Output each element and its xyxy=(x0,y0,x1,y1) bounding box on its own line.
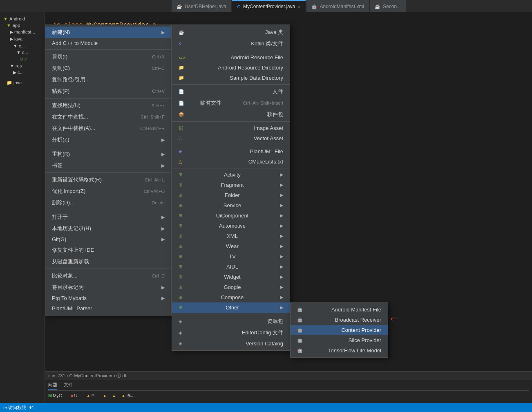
problems-item-error: ● U... xyxy=(71,393,81,398)
tab-second[interactable]: ☕ Secon... xyxy=(370,0,406,12)
menu-item-vector-asset[interactable]: ⬡ Vector Asset xyxy=(172,133,290,143)
menu-item-find-in-files[interactable]: 在文件中查找... Ctrl+Shift+F xyxy=(45,111,171,123)
arrow-icon: ▶ xyxy=(280,264,283,269)
arrow-icon: ▶ xyxy=(280,284,283,290)
menu-item-refactor[interactable]: 重构(R) ▶ xyxy=(45,148,171,160)
menu-item-bookmark[interactable]: 书签 ▶ xyxy=(45,160,171,171)
menu-item-tensorflow-lite[interactable]: 🤖 TensorFlow Lite Model xyxy=(291,345,388,356)
menu-item-mark-as[interactable]: 将目录标记为 ▶ xyxy=(45,282,171,293)
menu-item-folder[interactable]: ⊞ Folder ▶ xyxy=(172,190,290,200)
menu-item-google[interactable]: ⊞ Google ▶ xyxy=(172,282,290,292)
separator xyxy=(172,145,290,145)
menu-item-git[interactable]: Git(G) ▶ xyxy=(45,234,171,244)
menu-item-sample-data-dir[interactable]: 📁 Sample Data Directory xyxy=(172,73,290,83)
separator xyxy=(45,98,171,99)
menu-item-editorconfig[interactable]: ◈ EditorConfig 文件 xyxy=(172,327,290,338)
menu-item-compare[interactable]: 比较对象... Ctrl+D xyxy=(45,270,171,282)
arrow-icon: ▶ xyxy=(280,274,283,280)
menu-item-broadcast-receiver[interactable]: 🤖 Broadcast Receiver xyxy=(291,315,388,325)
menu-item-file[interactable]: 📄 文件 xyxy=(172,86,290,97)
sidebar-java-bottom[interactable]: 📁 java xyxy=(2,79,43,86)
separator xyxy=(172,168,290,168)
arrow-icon: ▶ xyxy=(280,244,283,249)
menu-item-scratch-file[interactable]: 📄 临时文件 Ctrl+Alt+Shift+Insert xyxy=(172,97,290,109)
menu-item-android-manifest-file[interactable]: 🤖 Android Manifest File xyxy=(291,305,388,315)
arrow-icon: ▶ xyxy=(280,295,283,300)
menu-item-activity[interactable]: ⊞ Activity ▶ xyxy=(172,170,290,180)
menu-item-copy-path[interactable]: 复制路径/引用... xyxy=(45,74,171,85)
problems-tab-files[interactable]: 文件 xyxy=(64,382,73,390)
red-arrow-indicator: ← xyxy=(388,311,400,325)
menu-item-analyze[interactable]: 分析(Z) ▶ xyxy=(45,134,171,146)
menu-item-slice-provider[interactable]: 🤖 Slice Provider xyxy=(291,335,388,345)
menu-item-reload-from-disk[interactable]: 从磁盘重新加载 xyxy=(45,256,171,267)
menu-item-delete[interactable]: 删除(D)... Delete xyxy=(45,197,171,208)
close-icon[interactable]: ✕ xyxy=(297,4,301,9)
menu-item-image-asset[interactable]: 🖼 Image Asset xyxy=(172,123,290,133)
menu-item-open-in[interactable]: 打开于 ▶ xyxy=(45,211,171,223)
sidebar-java-item[interactable]: ⊙ c xyxy=(2,56,43,63)
menu-item-android-resource-dir[interactable]: 📁 Android Resource Directory xyxy=(172,63,290,73)
menu-item-ptg-mybatis[interactable]: Ptg To Mybatis ▶ xyxy=(45,293,171,303)
menu-item-paste[interactable]: 粘贴(P) Ctrl+V xyxy=(45,85,171,97)
menu-item-aidl[interactable]: ⊞ AIDL ▶ xyxy=(172,262,290,272)
menu-item-wear[interactable]: ⊞ Wear ▶ xyxy=(172,241,290,251)
menu-item-plantuml-file[interactable]: ◈ PlantUML File xyxy=(172,146,290,157)
arrow-icon: ▶ xyxy=(280,203,283,208)
tab-androidmanifest[interactable]: 🤖 AndroidManifest.xml xyxy=(306,0,369,12)
arrow-icon: ▶ xyxy=(161,237,165,242)
menu-item-compose[interactable]: ⊞ Compose ▶ xyxy=(172,292,290,302)
sidebar-res[interactable]: ▼ res xyxy=(2,63,43,69)
menu-item-optimize-imports[interactable]: 优化 import(Z) Ctrl+Alt+O xyxy=(45,186,171,197)
separator xyxy=(172,51,290,51)
arrow-icon: ▶ xyxy=(161,152,165,157)
problems-item-warn1: ▲ P... xyxy=(86,393,98,398)
separator xyxy=(172,121,290,122)
menu-item-add-cpp[interactable]: Add C++ to Module xyxy=(45,38,171,48)
menu-item-find-usages[interactable]: 查找用法(U) Alt+F7 xyxy=(45,100,171,111)
menu-item-new[interactable]: 新建(N) ▶ xyxy=(45,27,171,38)
menu-item-content-provider[interactable]: 🤖 Content Provider xyxy=(291,325,388,335)
arrow-icon: ▶ xyxy=(280,254,283,259)
menu-item-other[interactable]: ⊞ Other ▶ xyxy=(172,302,290,313)
menu-item-cmake[interactable]: △ CMakeLists.txt xyxy=(172,157,290,167)
menu-item-copy[interactable]: 复制(C) Ctrl+C xyxy=(45,63,171,74)
menu-item-uicomponent[interactable]: ⊞ UiComponent ▶ xyxy=(172,210,290,221)
problems-tab-issues[interactable]: 问题 xyxy=(48,382,57,390)
menu-item-service[interactable]: ⊞ Service ▶ xyxy=(172,200,290,210)
menu-item-local-history[interactable]: 本地历史记录(H) ▶ xyxy=(45,223,171,234)
menu-item-fragment[interactable]: ⊞ Fragment ▶ xyxy=(172,180,290,190)
menu-item-fix-ide[interactable]: 修复文件上的 IDE xyxy=(45,244,171,256)
menu-item-xml[interactable]: ⊞ XML ▶ xyxy=(172,231,290,241)
sidebar-res-sub[interactable]: ▶ c... xyxy=(2,69,43,76)
separator xyxy=(45,49,171,50)
arrow-icon: ▶ xyxy=(161,137,165,143)
menu-item-plantuml-parser[interactable]: PlantUML Parser xyxy=(45,303,171,313)
separator xyxy=(172,84,290,85)
menu-item-widget[interactable]: ⊞ Widget ▶ xyxy=(172,272,290,282)
sidebar-app[interactable]: ▼ app xyxy=(2,22,43,29)
menu-item-version-catalog[interactable]: ◈ Version Catalog xyxy=(172,338,290,349)
tab-bar: ☕ UserDBHelper.java ⊙ MyContentProvider.… xyxy=(0,0,532,12)
arrow-icon: ▶ xyxy=(161,296,165,301)
menu-item-reformat[interactable]: 重新设置代码格式(R) Ctrl+Alt+L xyxy=(45,174,171,186)
menu-item-resource-pack[interactable]: ◈ 资源包 xyxy=(172,316,290,327)
sidebar-java-root[interactable]: ▶ java xyxy=(2,36,43,43)
tab-mycontentprovider[interactable]: ⊙ MyContentProvider.java ✕ xyxy=(232,0,306,12)
menu-item-java-class[interactable]: ☕ Java 类 xyxy=(172,27,290,38)
arrow-icon: ▶ xyxy=(280,193,283,198)
sidebar-java-sub2[interactable]: ▼ c... xyxy=(2,49,43,56)
sidebar-manifest[interactable]: ▶ manifest... xyxy=(2,29,43,36)
sidebar-java-sub[interactable]: ▼ c... xyxy=(2,43,43,49)
tab-userdbhelper[interactable]: ☕ UserDBHelper.java xyxy=(172,0,231,12)
arrow-icon: ▶ xyxy=(280,223,283,228)
arrow-icon: ▶ xyxy=(280,182,283,188)
left-sidebar: ▼ Android ▼ app ▶ manifest... ▶ java ▼ c… xyxy=(0,12,45,412)
menu-item-automotive[interactable]: ⊞ Automotive ▶ xyxy=(172,221,290,231)
menu-item-replace-in-files[interactable]: 在文件中替换(A)... Ctrl+Shift+R xyxy=(45,123,171,134)
menu-item-package[interactable]: 📦 软件包 xyxy=(172,109,290,120)
menu-item-android-resource-file[interactable]: </> Android Resource File xyxy=(172,52,290,63)
menu-item-kotlin-class[interactable]: K Kotlin 类/文件 xyxy=(172,38,290,49)
menu-item-cut[interactable]: 剪切(I) Ctrl+X xyxy=(45,51,171,63)
menu-item-tv[interactable]: ⊞ TV ▶ xyxy=(172,251,290,262)
